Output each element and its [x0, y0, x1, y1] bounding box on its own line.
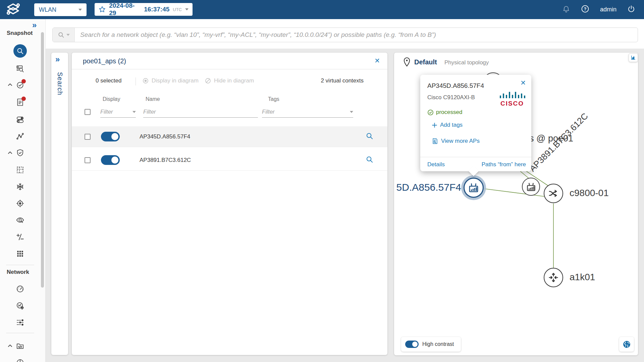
row-checkbox[interactable]: [85, 157, 91, 163]
plus-icon: [432, 122, 437, 128]
check-circle-icon: [427, 109, 434, 116]
node-wlc-switch[interactable]: [544, 184, 563, 203]
chevron-down-icon: [185, 8, 189, 10]
node-router[interactable]: [544, 268, 563, 287]
sidebar-item-diff[interactable]: [16, 233, 24, 241]
sidebar-item-routing[interactable]: [16, 301, 24, 310]
snapshot-date-button[interactable]: 2024-08-29 16:37:45 UTC: [95, 3, 193, 16]
context-selector[interactable]: WLAN: [34, 3, 87, 16]
sidebar-item-security[interactable]: [16, 148, 24, 157]
sidebar-item-inventory[interactable]: [16, 64, 24, 73]
sidebar-divider: [6, 333, 34, 333]
row-search-icon[interactable]: [366, 156, 373, 165]
search-mode-selector[interactable]: [53, 28, 75, 42]
search-input[interactable]: [75, 31, 638, 39]
popup-device-model: Cisco C9120AXI-B: [427, 94, 475, 101]
access-point-icon: [468, 182, 480, 194]
collapse-chevron-icon[interactable]: [7, 82, 13, 87]
logout-power-icon[interactable]: [627, 5, 635, 14]
snapshot-date: 2024-08-29: [109, 2, 141, 17]
sidebar-item-apps-grid[interactable]: [16, 249, 24, 258]
device-name: AP3891.B7C3.612C: [140, 157, 191, 164]
alert-badge: [21, 79, 26, 83]
svg-text:?: ?: [584, 7, 587, 11]
sidebar-item-reports[interactable]: [16, 98, 24, 107]
switch-shuffle-icon: [547, 187, 559, 199]
view-more-aps-link[interactable]: View more APs: [432, 138, 480, 144]
snapshot-time: 16:37:45: [144, 6, 169, 13]
paths-from-here-link[interactable]: Paths “from” here: [482, 161, 526, 168]
add-tags-button[interactable]: Add tags: [432, 122, 463, 128]
app-logo[interactable]: [5, 3, 21, 18]
select-all-checkbox[interactable]: [85, 109, 91, 115]
display-filter-select[interactable]: Filter: [100, 106, 136, 118]
high-contrast-toggle-on[interactable]: [405, 341, 419, 348]
collapse-chevron-icon[interactable]: [7, 150, 13, 156]
sidebar-divider: [6, 265, 34, 265]
display-toggle-on[interactable]: [101, 155, 120, 165]
expand-sidebar-icon[interactable]: »: [32, 21, 37, 29]
sidebar-item-automation[interactable]: [16, 342, 24, 350]
display-in-diagram-button[interactable]: Display in diagram: [142, 77, 199, 84]
column-header-name: Name: [146, 96, 160, 102]
alert-badge: [21, 97, 26, 101]
results-panel: poe01_aps (2) ✕ 0 selected Display in di…: [72, 53, 387, 355]
sidebar-item-path-lookup[interactable]: [16, 132, 24, 141]
panel-title: poe01_aps (2): [83, 53, 126, 69]
sidebar-scrollbar[interactable]: [41, 32, 44, 288]
sidebar-item-dashboard[interactable]: [16, 285, 24, 293]
expand-panel-icon[interactable]: »: [55, 55, 60, 63]
collapse-chevron-icon[interactable]: [7, 343, 13, 349]
details-link[interactable]: Details: [427, 161, 445, 168]
sidebar-item-snapshot-freeze[interactable]: [16, 182, 24, 191]
sidebar-item-discovery[interactable]: [16, 199, 24, 208]
display-toggle-on[interactable]: [101, 132, 120, 141]
help-icon[interactable]: ?: [581, 5, 589, 14]
cisco-bars-icon: [499, 92, 525, 99]
table-row[interactable]: AP345D.A856.57F4: [72, 126, 387, 147]
name-filter-field: [143, 106, 258, 118]
results-panel-header: poe01_aps (2) ✕: [72, 53, 387, 69]
sidebar-item-inspect[interactable]: [16, 216, 24, 225]
name-filter-input[interactable]: [143, 109, 258, 115]
sidebar-section-snapshot: Snapshot: [7, 30, 33, 37]
search-icon: [58, 32, 64, 38]
sidebar-item-tables[interactable]: [16, 166, 24, 174]
geo-map-button[interactable]: [619, 337, 634, 352]
node-access-point[interactable]: [522, 178, 540, 196]
high-contrast-control: High contrast: [401, 337, 461, 352]
vendor-logo: CISCO: [498, 92, 527, 107]
snapshot-timezone: UTC: [173, 7, 182, 12]
table-row[interactable]: AP3891.B7C3.612C: [72, 150, 387, 171]
display-eye-icon: [142, 77, 149, 84]
sidebar-item-settings[interactable]: [16, 318, 24, 327]
topology-panel: Default Physical topology APs @ poe01 AP…: [394, 53, 638, 355]
column-header-display: Display: [103, 96, 120, 102]
row-checkbox[interactable]: [85, 134, 91, 140]
sidebar-section-network: Network: [7, 269, 29, 276]
close-icon[interactable]: ✕: [374, 57, 380, 65]
notifications-bell-icon[interactable]: [562, 5, 570, 14]
sidebar-item-intent-rules[interactable]: [16, 115, 24, 124]
status-badge: processed: [427, 109, 462, 116]
vendor-wordmark: CISCO: [498, 100, 527, 107]
username[interactable]: admin: [600, 6, 616, 13]
sidebar-item-assurance[interactable]: [16, 80, 24, 89]
hide-in-diagram-button[interactable]: Hide in diagram: [205, 77, 254, 84]
tags-filter-select[interactable]: Filter: [262, 106, 353, 118]
column-header-tags: Tags: [268, 96, 279, 102]
node-label-selected-ap: 5D.A856.57F4: [394, 182, 461, 193]
globe-icon: [623, 340, 631, 349]
row-search-icon[interactable]: [366, 132, 373, 141]
search-tab-strip[interactable]: » Search: [51, 53, 68, 355]
close-icon[interactable]: ✕: [520, 79, 526, 87]
high-contrast-label: High contrast: [422, 341, 454, 347]
top-bar: WLAN 2024-08-29 16:37:45 UTC ? admin: [0, 0, 644, 19]
hide-eye-icon: [205, 77, 211, 84]
popup-device-name: AP345D.A856.57F4: [427, 82, 484, 89]
toolbar-divider: [136, 77, 136, 85]
sidebar-item-more[interactable]: [16, 358, 24, 362]
node-access-point-selected[interactable]: [464, 178, 484, 198]
document-search-icon: [432, 138, 438, 144]
sidebar-item-search[interactable]: [13, 44, 27, 58]
